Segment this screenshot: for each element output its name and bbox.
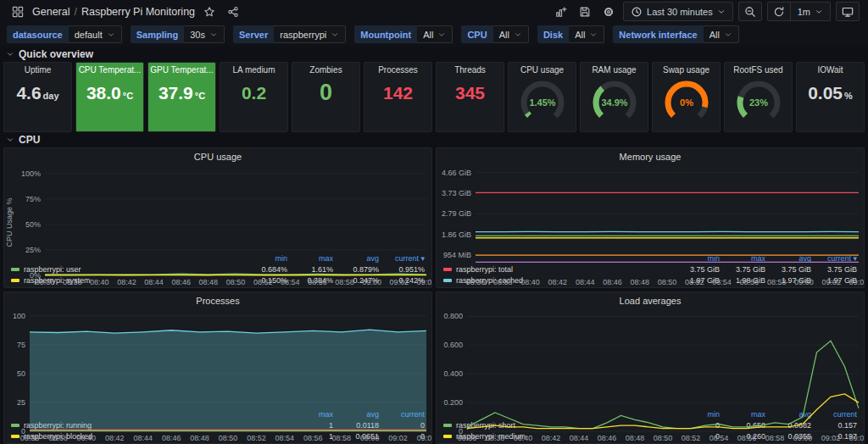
memory-usage-plot[interactable]: 954 MiB1.86 GiB2.79 GiB3.73 GiB4.66 GiB0…: [437, 165, 864, 253]
zoom-out-time-button[interactable]: [738, 2, 762, 21]
variable-value-dropdown[interactable]: 30s: [184, 25, 225, 43]
chevron-down-icon: [589, 31, 598, 39]
share-icon[interactable]: [224, 3, 242, 21]
time-range-picker[interactable]: Last 30 minutes: [623, 2, 733, 21]
stat-value: 142: [364, 83, 431, 101]
kiosk-mode-button[interactable]: [836, 2, 860, 21]
processes-sparkline: [365, 99, 431, 130]
variable-value-dropdown[interactable]: All: [704, 25, 739, 43]
svg-text:08:58: 08:58: [335, 278, 354, 286]
svg-text:08:44: 08:44: [133, 434, 153, 442]
chevron-down-icon: [209, 31, 218, 39]
svg-text:08:36: 08:36: [36, 278, 55, 286]
cpu-row-panels: CPU usage 0%25%50%75%100%08:3608:3808:40…: [0, 147, 868, 444]
save-dashboard-button[interactable]: [576, 3, 594, 21]
svg-text:09:02: 09:02: [821, 434, 841, 442]
variable-label: Disk: [537, 25, 569, 43]
svg-text:08:42: 08:42: [117, 278, 136, 286]
panel-title[interactable]: IOWait: [797, 63, 864, 78]
chevron-down-icon: [6, 50, 14, 58]
variable-value-dropdown[interactable]: All: [569, 25, 604, 43]
variable-value-dropdown[interactable]: All: [417, 25, 453, 43]
panel-load-averages-graph: Load averages 00.2000.4000.6000.80008:36…: [436, 291, 865, 444]
svg-text:1.86 GiB: 1.86 GiB: [442, 230, 471, 239]
iowait-sparkline: [798, 100, 863, 130]
variable-value-dropdown[interactable]: default: [69, 25, 122, 43]
dashboards-grid-icon[interactable]: [8, 3, 27, 21]
panel-title[interactable]: Processes: [364, 63, 431, 78]
svg-text:0%: 0%: [680, 97, 693, 108]
variable-cpu: CPU All: [461, 25, 528, 43]
variable-label: Network interface: [613, 25, 703, 43]
variable-datasource: datasource default: [7, 25, 122, 43]
svg-text:08:50: 08:50: [654, 434, 673, 442]
la-medium-sparkline: [221, 107, 287, 130]
svg-text:09:00: 09:00: [793, 434, 813, 442]
svg-text:08:48: 08:48: [626, 434, 645, 442]
panel-title[interactable]: Processes: [4, 292, 431, 309]
svg-text:08:52: 08:52: [253, 278, 273, 286]
variable-value-dropdown[interactable]: All: [493, 25, 529, 43]
panel-title[interactable]: CPU usage: [4, 148, 431, 165]
svg-text:08:46: 08:46: [598, 434, 617, 442]
variable-label: datasource: [7, 25, 69, 43]
variable-mountpoint: Mountpoint All: [354, 25, 453, 43]
svg-text:08:40: 08:40: [514, 434, 533, 442]
panel-title[interactable]: Uptime: [4, 63, 71, 78]
panel-title[interactable]: LA medium: [220, 63, 287, 78]
panel-title[interactable]: Load averages: [437, 292, 864, 309]
svg-text:09:04: 09:04: [417, 278, 431, 286]
variable-network-interface: Network interface All: [613, 25, 739, 43]
panel-title[interactable]: GPU Temperat...: [148, 63, 215, 78]
variable-sampling: Sampling 30s: [131, 25, 225, 43]
svg-text:08:58: 08:58: [331, 434, 351, 442]
panel-swap-usage-gauge: Swap usage 0%: [652, 62, 721, 133]
svg-text:08:54: 08:54: [281, 278, 300, 286]
svg-text:50%: 50%: [25, 220, 41, 229]
star-icon[interactable]: [200, 3, 219, 21]
panel-processes-stat: Processes 142: [364, 62, 432, 133]
svg-text:09:02: 09:02: [388, 434, 408, 442]
processes-plot[interactable]: 025507510008:3608:3808:4008:4208:4408:46…: [4, 309, 431, 408]
refresh-button[interactable]: [767, 2, 791, 21]
svg-text:0.400: 0.400: [443, 369, 463, 378]
svg-text:08:38: 08:38: [48, 434, 68, 442]
breadcrumb-folder[interactable]: General: [32, 6, 70, 18]
variable-value-dropdown[interactable]: raspberrypi: [274, 25, 346, 43]
svg-text:08:42: 08:42: [105, 434, 125, 442]
dashboard-settings-button[interactable]: [599, 3, 618, 21]
row-toggle-quick-overview[interactable]: Quick overview: [0, 47, 868, 62]
svg-text:08:46: 08:46: [162, 434, 181, 442]
stat-value: 0.05%: [797, 83, 864, 101]
zoom-out-icon: [744, 6, 756, 18]
panel-cpu-usage-gauge: CPU usage 1.45%: [508, 62, 576, 133]
cpu-usage-gauge: 1.45%: [509, 76, 576, 130]
svg-text:08:52: 08:52: [682, 434, 701, 442]
panel-title[interactable]: Zombies: [292, 63, 359, 78]
load-averages-plot[interactable]: 00.2000.4000.6000.80008:3608:3808:4008:4…: [437, 309, 864, 408]
panel-title[interactable]: Threads: [437, 63, 504, 78]
panel-rootfs-used-gauge: RootFS used 23%: [724, 62, 793, 133]
ram-usage-gauge: 34.9%: [581, 76, 648, 130]
svg-text:75%: 75%: [25, 195, 41, 203]
svg-text:4.66 GiB: 4.66 GiB: [442, 169, 471, 177]
add-panel-button[interactable]: [552, 3, 570, 21]
svg-text:34.9%: 34.9%: [601, 97, 627, 108]
row-toggle-cpu[interactable]: CPU: [0, 132, 868, 147]
svg-text:08:46: 08:46: [603, 278, 622, 286]
refresh-controls: 1m: [767, 2, 831, 21]
breadcrumb[interactable]: General / Raspberry Pi Monitoring: [32, 6, 195, 18]
svg-text:09:04: 09:04: [849, 434, 864, 442]
svg-text:08:40: 08:40: [520, 278, 540, 286]
svg-text:0.200: 0.200: [443, 398, 463, 407]
panel-title[interactable]: Memory usage: [437, 148, 864, 165]
svg-text:25: 25: [17, 398, 25, 407]
svg-text:09:00: 09:00: [360, 434, 380, 442]
cpu-usage-plot[interactable]: 0%25%50%75%100%08:3608:3808:4008:4208:44…: [4, 165, 431, 253]
panel-title[interactable]: CPU Temperat...: [76, 63, 143, 78]
svg-text:08:38: 08:38: [486, 434, 505, 442]
svg-text:09:02: 09:02: [390, 278, 409, 286]
svg-text:1.45%: 1.45%: [529, 97, 555, 108]
quick-overview-row: Uptime 4.6day CPU Temperat... 38.0°C GPU…: [0, 62, 868, 133]
refresh-interval-dropdown[interactable]: 1m: [791, 2, 831, 21]
